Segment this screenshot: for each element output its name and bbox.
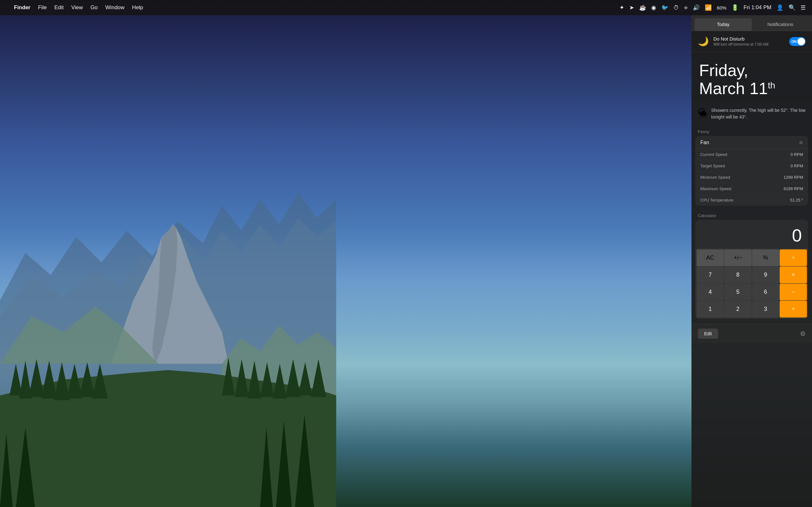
fan-value: 1299 RPM bbox=[784, 175, 803, 180]
fan-label: Maximum Speed bbox=[700, 186, 731, 191]
fan-row: CPU Temperature 51.25 ° bbox=[695, 194, 808, 206]
calc-button[interactable]: 1 bbox=[697, 301, 724, 318]
edit-button[interactable]: Edit bbox=[698, 329, 718, 339]
svg-marker-8 bbox=[19, 360, 32, 399]
svg-marker-26 bbox=[0, 434, 13, 507]
calculator-section-label: Calculator bbox=[692, 211, 812, 220]
twitter-icon[interactable]: 🐦 bbox=[661, 4, 668, 11]
dnd-subtitle: Will turn off tomorrow at 7:00 AM bbox=[713, 42, 789, 47]
fan-label: Target Speed bbox=[700, 164, 725, 168]
menubar-time[interactable]: Fri 1:04 PM bbox=[744, 4, 771, 11]
menu-view[interactable]: View bbox=[71, 4, 83, 11]
fan-title: Fan bbox=[700, 140, 709, 146]
fan-value: 0 RPM bbox=[791, 164, 803, 168]
location-icon[interactable]: ➤ bbox=[629, 4, 634, 11]
date-section: Friday, March 11th bbox=[692, 52, 812, 104]
fan-widget: Fan ⚙ Current Speed 0 RPM Target Speed 0… bbox=[695, 136, 808, 206]
svg-marker-0 bbox=[0, 193, 336, 507]
svg-marker-19 bbox=[273, 364, 287, 399]
svg-marker-3 bbox=[152, 224, 177, 364]
fan-row: Maximum Speed 6199 RPM bbox=[695, 183, 808, 194]
svg-marker-27 bbox=[16, 427, 35, 507]
fan-value: 6199 RPM bbox=[784, 186, 803, 191]
svg-marker-20 bbox=[286, 359, 301, 397]
calc-button[interactable]: 2 bbox=[724, 301, 751, 318]
dnd-icon[interactable]: ◉ bbox=[651, 4, 656, 11]
svg-marker-21 bbox=[298, 362, 312, 395]
app-name[interactable]: Finder bbox=[14, 4, 31, 11]
fan-rows-container: Current Speed 0 RPM Target Speed 0 RPM M… bbox=[695, 149, 808, 206]
menu-go[interactable]: Go bbox=[90, 4, 98, 11]
svg-marker-6 bbox=[0, 370, 336, 507]
calc-button[interactable]: 8 bbox=[724, 267, 751, 283]
calc-button[interactable]: 9 bbox=[752, 267, 779, 283]
desktop-background bbox=[0, 0, 812, 507]
svg-marker-18 bbox=[260, 362, 274, 397]
svg-marker-10 bbox=[41, 360, 57, 399]
fan-label: Current Speed bbox=[700, 152, 727, 157]
battery-icon: 🔋 bbox=[731, 4, 739, 11]
date-suffix: th bbox=[768, 80, 775, 90]
calc-button[interactable]: AC bbox=[697, 249, 724, 266]
menu-help[interactable]: Help bbox=[132, 4, 143, 11]
dnd-section: 🌙 Do Not Disturb Will turn off tomorrow … bbox=[692, 31, 812, 52]
menu-window[interactable]: Window bbox=[105, 4, 124, 11]
timer-icon[interactable]: ⏱ bbox=[673, 4, 679, 11]
calc-button[interactable]: 3 bbox=[752, 301, 779, 318]
svg-marker-23 bbox=[260, 427, 273, 507]
coffee-icon[interactable]: ☕ bbox=[639, 4, 646, 11]
fan-settings-icon[interactable]: ⚙ bbox=[799, 140, 803, 145]
calc-display: 0 bbox=[695, 220, 808, 248]
weather-cloud-icon: 🌦 bbox=[698, 108, 707, 118]
dnd-title: Do Not Disturb bbox=[713, 36, 789, 42]
wifi-icon[interactable]: 📶 bbox=[705, 4, 712, 11]
calc-button[interactable]: − bbox=[780, 284, 807, 300]
bluetooth-icon[interactable]: ⎆ bbox=[684, 4, 688, 11]
svg-marker-12 bbox=[67, 364, 83, 399]
nc-tab-bar: Today Notifications bbox=[692, 15, 812, 31]
menu-file[interactable]: File bbox=[38, 4, 47, 11]
svg-marker-1 bbox=[0, 218, 336, 507]
calc-button[interactable]: % bbox=[752, 249, 779, 266]
user-icon[interactable]: 👤 bbox=[776, 4, 783, 11]
calc-button[interactable]: 5 bbox=[724, 284, 751, 300]
calc-button[interactable]: +/− bbox=[724, 249, 751, 266]
svg-marker-16 bbox=[235, 359, 249, 397]
toggle-knob bbox=[798, 38, 805, 45]
svg-marker-22 bbox=[311, 359, 326, 397]
fan-value: 0 RPM bbox=[791, 152, 803, 157]
search-icon[interactable]: 🔍 bbox=[789, 4, 796, 11]
calc-button[interactable]: × bbox=[780, 267, 807, 283]
calc-button[interactable]: ÷ bbox=[780, 249, 807, 266]
calc-button[interactable]: 7 bbox=[697, 267, 724, 283]
calc-button[interactable]: + bbox=[780, 301, 807, 318]
tab-today[interactable]: Today bbox=[695, 18, 752, 31]
stars-overlay bbox=[0, 0, 487, 228]
calculator-widget: 0 AC+/−%÷789×456−123+ bbox=[695, 220, 808, 319]
fan-row: Current Speed 0 RPM bbox=[695, 149, 808, 160]
moon-icon: 🌙 bbox=[698, 36, 709, 47]
svg-marker-11 bbox=[54, 362, 70, 400]
dnd-text-area: Do Not Disturb Will turn off tomorrow at… bbox=[713, 36, 789, 47]
notification-menu-icon[interactable]: ☰ bbox=[801, 4, 806, 11]
calc-button[interactable]: 4 bbox=[697, 284, 724, 300]
svg-marker-13 bbox=[79, 362, 95, 397]
fan-row: Target Speed 0 RPM bbox=[695, 160, 808, 172]
fan-icon[interactable]: ✦ bbox=[619, 4, 624, 11]
date-line2: March 11th bbox=[699, 79, 804, 98]
fan-row: Minimum Speed 1299 RPM bbox=[695, 172, 808, 183]
fan-value: 51.25 ° bbox=[790, 198, 803, 203]
svg-marker-4 bbox=[0, 307, 159, 364]
volume-icon[interactable]: 🔊 bbox=[693, 4, 700, 11]
fan-label: Minimum Speed bbox=[700, 175, 730, 180]
svg-marker-25 bbox=[295, 414, 314, 507]
svg-marker-14 bbox=[92, 364, 108, 399]
weather-section: 🌦 Showers currently. The high will be 52… bbox=[692, 104, 812, 127]
toggle-label: ON bbox=[792, 40, 797, 43]
svg-marker-24 bbox=[276, 421, 292, 507]
menu-edit[interactable]: Edit bbox=[54, 4, 63, 11]
nc-settings-icon[interactable]: ⚙ bbox=[800, 330, 806, 337]
dnd-toggle[interactable]: ON bbox=[789, 37, 806, 46]
tab-notifications[interactable]: Notifications bbox=[752, 18, 809, 31]
calc-button[interactable]: 6 bbox=[752, 284, 779, 300]
